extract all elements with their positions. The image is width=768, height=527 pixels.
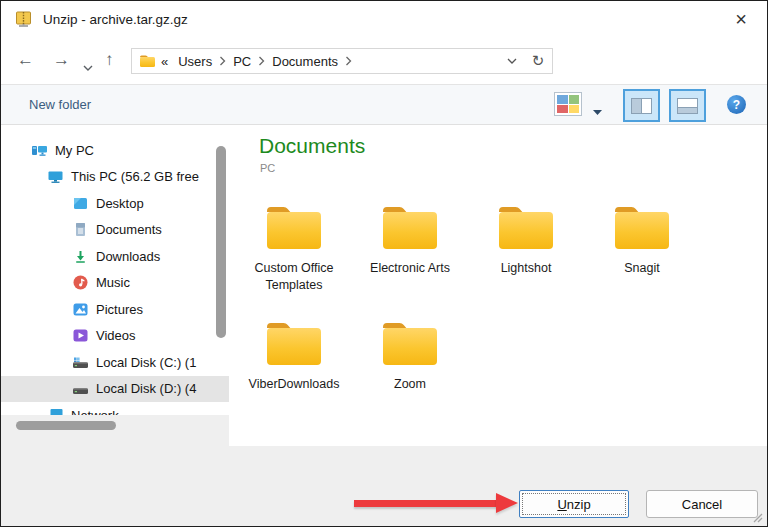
unzip-button-label: Unzip xyxy=(557,497,590,512)
downloads-icon xyxy=(72,248,89,265)
new-folder-button[interactable]: New folder xyxy=(29,97,91,112)
close-button[interactable]: × xyxy=(725,4,757,34)
tree-item-music[interactable]: Music xyxy=(1,270,229,297)
details-pane-toggle[interactable] xyxy=(669,89,706,122)
folder-icon xyxy=(378,319,442,369)
tree-item-label: Local Disk (C:) (1 xyxy=(96,355,196,370)
tree-item-pictures[interactable]: Pictures xyxy=(1,296,229,323)
tree-item-network[interactable]: Network xyxy=(1,402,229,415)
tree-item-label: Desktop xyxy=(96,196,144,211)
up-button[interactable]: ↑ xyxy=(105,49,114,71)
local-disk-d-icon xyxy=(72,380,89,397)
cancel-button-label: Cancel xyxy=(682,497,722,512)
chevron-right-icon xyxy=(258,56,265,66)
folder-label: Custom Office Templates xyxy=(236,260,352,294)
unzip-button[interactable]: Unzip xyxy=(519,490,629,518)
tree-item-label: Videos xyxy=(96,328,136,343)
tree-item-local-disk-d[interactable]: Local Disk (D:) (4 xyxy=(1,376,229,403)
folder-label: Electronic Arts xyxy=(352,260,468,277)
tree-item-label: Music xyxy=(96,275,130,290)
file-list-panel: Documents PC Custom Office Templates Ele… xyxy=(229,125,768,446)
preview-pane-icon xyxy=(631,98,652,114)
address-dropdown-icon[interactable] xyxy=(507,58,517,64)
tree-item-downloads[interactable]: Downloads xyxy=(1,243,229,270)
tree-item-label: Pictures xyxy=(96,302,143,317)
resize-grip[interactable] xyxy=(751,511,764,524)
documents-icon xyxy=(72,221,89,238)
tree-item-local-disk-c[interactable]: Local Disk (C:) (1 xyxy=(1,349,229,376)
history-dropdown-icon[interactable] xyxy=(83,55,93,77)
views-dropdown-icon[interactable] xyxy=(593,101,602,119)
breadcrumb-documents[interactable]: Documents xyxy=(272,54,338,69)
folder-item-viberdownloads[interactable]: ViberDownloads xyxy=(236,313,352,429)
tree-item-label: Local Disk (D:) (4 xyxy=(96,381,196,396)
folder-label: Zoom xyxy=(352,376,468,393)
breadcrumb-prefix: « xyxy=(161,54,168,69)
views-tiles-icon xyxy=(557,95,579,113)
breadcrumb-users[interactable]: Users xyxy=(178,54,212,69)
music-icon xyxy=(72,274,89,291)
my-pc-icon xyxy=(31,142,48,159)
network-icon xyxy=(47,407,64,415)
folder-grid: Custom Office Templates Electronic Arts … xyxy=(236,197,706,429)
folder-label: Lightshot xyxy=(468,260,584,277)
location-title: Documents xyxy=(259,134,365,158)
folder-label: Snagit xyxy=(584,260,700,277)
forward-button[interactable]: → xyxy=(53,49,70,71)
tree-item-documents[interactable]: Documents xyxy=(1,217,229,244)
views-button[interactable] xyxy=(554,92,582,116)
folder-icon xyxy=(262,203,326,253)
tree-vertical-scrollbar[interactable] xyxy=(216,146,226,338)
tree-item-label: Documents xyxy=(96,222,162,237)
local-disk-c-icon xyxy=(72,354,89,371)
folder-item-electronic-arts[interactable]: Electronic Arts xyxy=(352,197,468,313)
folder-item-custom-office-templates[interactable]: Custom Office Templates xyxy=(236,197,352,313)
tree-item-label: My PC xyxy=(55,143,94,158)
tree-item-this-pc[interactable]: This PC (56.2 GB free xyxy=(1,164,229,191)
chevron-right-icon xyxy=(345,56,352,66)
cancel-button[interactable]: Cancel xyxy=(646,490,758,518)
archive-app-icon xyxy=(14,10,33,29)
folder-icon xyxy=(610,203,674,253)
tree-horizontal-scrollbar[interactable] xyxy=(16,421,116,430)
unzip-dialog-window: Unzip - archive.tar.gz.gz × ← → ↑ « User… xyxy=(0,0,768,527)
help-button[interactable]: ? xyxy=(727,95,746,114)
window-title: Unzip - archive.tar.gz.gz xyxy=(43,12,188,27)
folder-icon xyxy=(262,319,326,369)
folder-label: ViberDownloads xyxy=(236,376,352,393)
details-pane-icon xyxy=(677,98,698,114)
folder-icon xyxy=(494,203,558,253)
title-bar: Unzip - archive.tar.gz.gz × xyxy=(1,1,767,37)
address-bar[interactable]: « Users PC Documents xyxy=(131,48,525,74)
breadcrumb-pc[interactable]: PC xyxy=(233,54,251,69)
desktop-icon xyxy=(72,195,89,212)
folder-item-snagit[interactable]: Snagit xyxy=(584,197,700,313)
folder-item-zoom[interactable]: Zoom xyxy=(352,313,468,429)
back-button[interactable]: ← xyxy=(17,49,34,71)
address-folder-icon xyxy=(139,54,156,68)
annotation-arrow xyxy=(354,500,500,507)
annotation-arrow-head xyxy=(496,493,518,513)
navigation-bar: ← → ↑ « Users PC Documents ↻ xyxy=(1,37,767,85)
chevron-right-icon xyxy=(219,56,226,66)
tree-item-label: This PC (56.2 GB free xyxy=(71,169,199,184)
tree-item-my-pc[interactable]: My PC xyxy=(1,137,229,164)
location-subtitle: PC xyxy=(260,162,275,174)
tree-item-label: Downloads xyxy=(96,249,160,264)
tree-item-videos[interactable]: Videos xyxy=(1,323,229,350)
tree-item-desktop[interactable]: Desktop xyxy=(1,190,229,217)
pictures-icon xyxy=(72,301,89,318)
folder-icon xyxy=(378,203,442,253)
tree-item-label: Network xyxy=(71,408,119,415)
folder-item-lightshot[interactable]: Lightshot xyxy=(468,197,584,313)
preview-pane-toggle[interactable] xyxy=(623,89,660,122)
videos-icon xyxy=(72,327,89,344)
folder-tree: My PC This PC (56.2 GB free Desktop Docu… xyxy=(1,125,229,415)
this-pc-icon xyxy=(47,168,64,185)
refresh-button[interactable]: ↻ xyxy=(524,48,553,74)
